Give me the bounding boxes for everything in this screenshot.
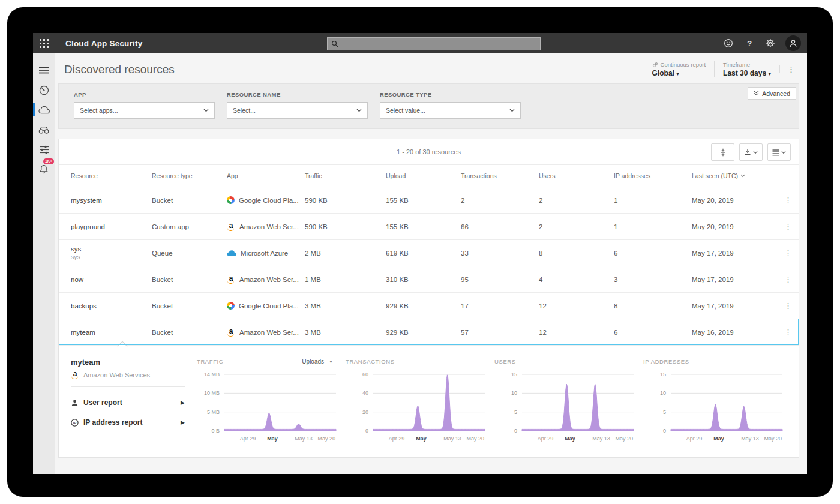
sidebar-item-discover[interactable] [33,102,55,118]
row-menu-button[interactable]: ⋮ [782,328,794,337]
top-search[interactable] [327,37,541,50]
ip-address-report-link[interactable]: IPIP address report▶ [71,418,185,427]
resource-type-cell: Bucket [152,302,227,310]
upload-cell: 310 KB [386,276,461,283]
column-header-resource-type[interactable]: Resource type [152,172,227,179]
resource-cell: now [71,276,152,283]
filters-panel: APP Select apps... RESOURCE NAME Select.… [58,83,799,129]
column-header-users[interactable]: Users [539,172,614,179]
column-header-ip-addresses[interactable]: IP addresses [614,172,692,179]
filter-resource-type-select[interactable]: Select value... [380,102,521,119]
help-icon[interactable]: ? [743,37,755,49]
users-cell: 2 [539,197,614,204]
transactions-cell: 17 [461,302,539,310]
feedback-smiley-icon[interactable] [722,37,734,49]
microsoft-azure-icon [227,250,236,257]
filter-resource-name: RESOURCE NAME Select... [227,91,368,119]
filter-resource-type-placeholder: Select value... [386,107,509,114]
caret-down-icon: ▾ [676,71,679,77]
svg-text:IP: IP [73,421,77,424]
ip-addresses-chart: IP ADDRESSES051015Apr 29MayMay 13May 20 [643,355,786,449]
column-header-last-seen-utc-[interactable]: Last seen (UTC) [692,172,782,179]
svg-text:Apr 29: Apr 29 [538,436,554,442]
table-row[interactable]: playgroundCustom appaAmazon Web Ser...59… [59,214,799,240]
row-menu-button[interactable]: ⋮ [782,196,794,205]
filter-resource-type: RESOURCE TYPE Select value... [380,91,521,119]
svg-text:5: 5 [663,409,666,415]
advanced-filters-button[interactable]: Advanced [748,87,796,100]
alerts-bell-icon [39,164,49,174]
table-header-row: ResourceResource typeAppTrafficUploadTra… [59,165,799,187]
users-cell: 12 [539,302,614,310]
column-header-traffic[interactable]: Traffic [305,172,386,179]
table-settings-button[interactable] [767,143,791,161]
traffic-cell: 590 KB [305,223,386,230]
sidebar-item-investigate[interactable] [33,122,55,137]
investigate-binoculars-icon [38,126,49,134]
filter-app-select[interactable]: Select apps... [74,102,215,119]
user-avatar[interactable] [785,35,801,51]
column-header-app[interactable]: App [227,172,305,179]
continuous-report-dropdown[interactable]: Continuous report Global ▾ [644,61,715,77]
filter-resource-name-select[interactable]: Select... [227,102,368,119]
column-header-upload[interactable]: Upload [386,172,461,179]
svg-text:0 B: 0 B [211,428,220,434]
sidebar-item-control[interactable] [33,142,55,157]
resource-cell: backups [71,302,152,310]
table-row[interactable]: mysystemBucketGoogle Cloud Pla...590 KB1… [59,187,799,214]
svg-text:10 MB: 10 MB [204,390,220,396]
table-row[interactable]: backupsBucketGoogle Cloud Pla...3 MB929 … [59,293,799,319]
svg-text:May: May [267,436,278,442]
table-row[interactable]: nowBucketaAmazon Web Ser...1 MB310 KB954… [59,266,799,293]
table-columns-icon [772,149,779,156]
svg-text:0: 0 [514,428,517,434]
ip-addresses-cell: 1 [614,197,692,204]
resource-type-cell: Bucket [152,197,227,204]
svg-text:5 MB: 5 MB [207,409,220,415]
settings-gear-icon[interactable] [764,37,776,49]
top-bar: Cloud App Security ? [33,33,807,53]
link-icon [652,62,658,68]
row-menu-button[interactable]: ⋮ [782,301,794,310]
app-launcher-waffle-icon[interactable] [33,33,55,53]
svg-text:May 20: May 20 [615,436,633,442]
ip-addresses-cell: 6 [614,250,692,257]
traffic-type-dropdown[interactable]: Uploads▼ [298,356,337,367]
column-header-resource[interactable]: Resource [71,172,152,179]
google-cloud-platform-icon [227,196,235,204]
double-chevron-icon [754,91,759,96]
collapse-rows-button[interactable] [711,143,734,161]
timeframe-dropdown[interactable]: Timeframe Last 30 days ▾ [714,61,779,77]
google-cloud-platform-icon [227,302,235,310]
export-button[interactable] [739,143,763,161]
table-row[interactable]: syssysQueueMicrosoft Azure2 MB619 KB3386… [59,240,799,266]
upload-cell: 929 KB [386,302,461,310]
row-menu-button[interactable]: ⋮ [782,275,794,284]
user-report-link[interactable]: User report▶ [71,398,185,407]
chevron-down-icon [509,109,515,112]
traffic-cell: 590 KB [305,197,386,204]
last-seen-cell: May 20, 2019 [692,197,782,204]
column-header-transactions[interactable]: Transactions [461,172,539,179]
table-toolbar: 1 - 20 of 30 resources [59,139,799,165]
chart-canvas: 051015Apr 29MayMay 13May 20 [643,367,786,446]
filter-app-label: APP [74,91,215,98]
svg-text:20: 20 [362,409,368,415]
svg-text:May 13: May 13 [295,436,313,442]
chart-title: USERS [494,358,637,365]
search-input[interactable] [341,37,540,50]
sidebar-item-alerts[interactable]: 1K+ [33,161,55,177]
svg-text:40: 40 [362,390,368,396]
table-row[interactable]: myteamBucketaAmazon Web Ser...3 MB929 KB… [59,319,799,346]
sidebar-menu-button[interactable] [33,62,55,78]
row-menu-button[interactable]: ⋮ [782,248,794,257]
page-more-options-button[interactable]: ⋮ [779,65,799,73]
upload-cell: 155 KB [386,223,461,230]
device-frame: Cloud App Security ? [7,7,833,497]
row-menu-button[interactable]: ⋮ [782,222,794,231]
collapse-vertical-icon [719,148,727,157]
sidebar-item-dashboard[interactable] [33,82,55,98]
resources-table: 1 - 20 of 30 resources [58,139,799,458]
resource-detail-panel: myteam a Amazon Web Services User report… [59,346,799,457]
last-seen-cell: May 17, 2019 [692,250,782,257]
